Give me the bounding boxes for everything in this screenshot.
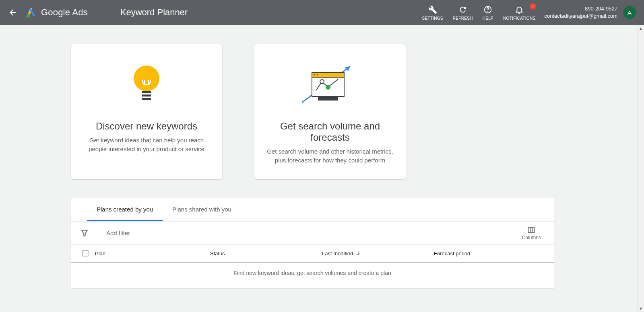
wrench-icon bbox=[428, 5, 437, 14]
plans-tabs: Plans created by you Plans shared with y… bbox=[71, 198, 554, 222]
avatar[interactable]: A bbox=[623, 6, 636, 19]
page-title: Keyword Planner bbox=[120, 7, 188, 18]
svg-point-16 bbox=[326, 85, 330, 90]
chart-arrow-icon bbox=[300, 60, 360, 113]
tab-plans-shared[interactable]: Plans shared with you bbox=[163, 198, 241, 221]
columns-button[interactable]: Columns bbox=[519, 224, 544, 242]
lightbulb-icon bbox=[130, 60, 163, 113]
empty-plans-message: Find new keyword ideas, get search volum… bbox=[71, 263, 554, 288]
plans-section: Plans created by you Plans shared with y… bbox=[71, 198, 554, 288]
svg-point-3 bbox=[134, 66, 159, 91]
svg-rect-18 bbox=[528, 227, 535, 232]
svg-point-15 bbox=[320, 80, 324, 84]
filter-row: Add filter Columns bbox=[71, 222, 554, 245]
header-divider bbox=[104, 6, 104, 18]
col-status[interactable]: Status bbox=[210, 250, 322, 257]
col-last-modified[interactable]: Last modified bbox=[322, 250, 434, 257]
scroll-down-icon[interactable]: ▼ bbox=[638, 305, 644, 312]
table-header: Plan Status Last modified Forecast perio… bbox=[71, 245, 554, 263]
vertical-scrollbar[interactable]: ▲ ▼ bbox=[637, 25, 644, 312]
main-content: Discover new keywords Get keyword ideas … bbox=[0, 25, 644, 312]
forecast-card-title: Get search volume and forecasts bbox=[266, 121, 394, 143]
header-left: Google Ads Keyword Planner bbox=[8, 6, 188, 18]
add-filter-button[interactable]: Add filter bbox=[106, 230, 130, 236]
app-header: Google Ads Keyword Planner SETTINGS REFR… bbox=[0, 0, 644, 25]
svg-rect-8 bbox=[142, 98, 151, 100]
discover-card-desc: Get keyword ideas that can help you reac… bbox=[82, 136, 211, 154]
svg-point-0 bbox=[26, 14, 30, 18]
account-email: contactadityarajput@gmail.com bbox=[544, 12, 617, 20]
notification-badge: ! bbox=[530, 3, 536, 10]
notifications-button[interactable]: ! NOTIFICATIONS bbox=[498, 5, 540, 21]
tab-plans-mine[interactable]: Plans created by you bbox=[87, 198, 163, 221]
forecast-card-desc: Get search volume and other historical m… bbox=[266, 147, 394, 165]
header-right: SETTINGS REFRESH HELP ! NOTIFICATIONS 89… bbox=[417, 5, 636, 21]
discover-keywords-card[interactable]: Discover new keywords Get keyword ideas … bbox=[71, 44, 222, 179]
help-icon bbox=[483, 5, 492, 14]
svg-rect-17 bbox=[318, 96, 338, 101]
bell-icon bbox=[515, 5, 524, 14]
arrow-down-icon bbox=[355, 250, 361, 256]
scroll-up-icon[interactable]: ▲ bbox=[638, 25, 644, 32]
back-arrow-icon[interactable] bbox=[8, 8, 18, 17]
svg-point-2 bbox=[488, 11, 488, 11]
select-all-checkbox[interactable] bbox=[82, 250, 89, 257]
svg-marker-10 bbox=[345, 66, 350, 71]
svg-point-13 bbox=[314, 74, 316, 76]
account-info[interactable]: 890-204-9527 contactadityarajput@gmail.c… bbox=[544, 5, 617, 20]
filter-icon[interactable] bbox=[80, 229, 89, 237]
svg-rect-6 bbox=[142, 91, 151, 93]
refresh-icon bbox=[458, 5, 467, 14]
col-plan[interactable]: Plan bbox=[93, 250, 210, 257]
refresh-button[interactable]: REFRESH bbox=[448, 5, 478, 21]
svg-point-14 bbox=[317, 74, 318, 76]
settings-button[interactable]: SETTINGS bbox=[417, 5, 448, 21]
product-name: Google Ads bbox=[41, 7, 88, 18]
discover-card-title: Discover new keywords bbox=[96, 121, 197, 132]
col-forecast-period[interactable]: Forecast period bbox=[434, 250, 547, 257]
account-id: 890-204-9527 bbox=[585, 5, 617, 12]
product-logo-block[interactable]: Google Ads bbox=[26, 7, 88, 18]
columns-icon bbox=[527, 226, 535, 234]
svg-rect-7 bbox=[142, 94, 151, 96]
cards-row: Discover new keywords Get keyword ideas … bbox=[0, 25, 644, 179]
help-button[interactable]: HELP bbox=[478, 5, 498, 21]
google-ads-logo-icon bbox=[26, 7, 37, 18]
forecast-card[interactable]: Get search volume and forecasts Get sear… bbox=[254, 44, 406, 179]
